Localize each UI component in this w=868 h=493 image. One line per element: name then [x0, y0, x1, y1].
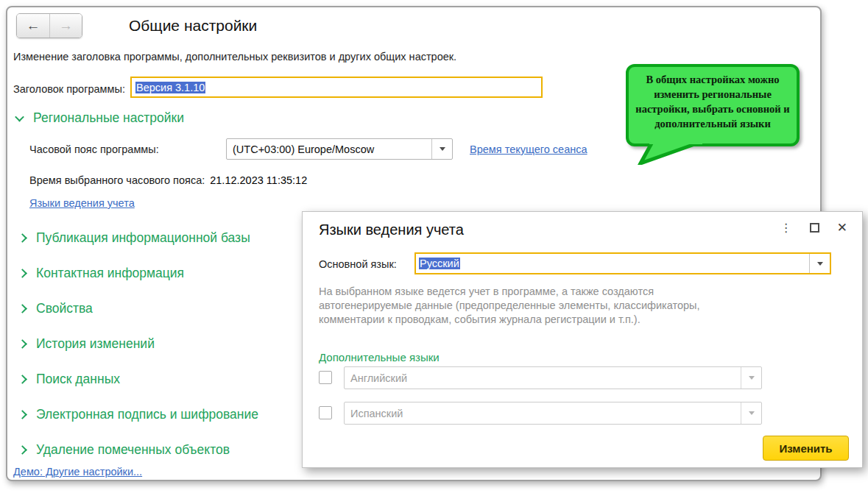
language-2-checkbox[interactable] [319, 406, 332, 419]
tutorial-callout: В общих настройках можно изменить регион… [626, 64, 800, 146]
dialog-title: Языки ведения учета [319, 221, 464, 238]
back-button[interactable]: ← [17, 14, 49, 38]
program-title-input[interactable]: Версия 3.1.10 [130, 77, 543, 98]
screen: ← → Общие настройки Изменение заголовка … [0, 0, 868, 493]
timezone-select[interactable]: (UTC+03:00) Europe/Moscow [226, 138, 453, 160]
additional-languages-header: Дополнительные языки [319, 351, 440, 363]
chevron-right-icon [18, 339, 27, 349]
section-marked-objects-deletion[interactable]: Удаление помеченных объектов [19, 442, 230, 458]
arrow-left-icon: ← [27, 18, 40, 34]
more-menu-icon[interactable]: ⋮ [780, 222, 792, 234]
main-language-label: Основной язык: [319, 258, 397, 270]
program-title-label: Заголовок программы: [13, 83, 125, 95]
timezone-value: (UTC+03:00) Europe/Moscow [227, 143, 431, 155]
maximize-icon[interactable] [810, 223, 819, 233]
callout-text: В общих настройках можно изменить регион… [635, 74, 789, 130]
section-data-search[interactable]: Поиск данных [19, 372, 120, 387]
chevron-down-icon [15, 113, 24, 122]
history-nav: ← → [16, 13, 82, 38]
section-label: Свойства [36, 301, 93, 316]
selected-timezone-row: Время выбранного часового пояса:21.12.20… [29, 174, 307, 186]
chevron-right-icon [18, 269, 27, 278]
accounting-languages-dialog: Языки ведения учета ⋮ ✕ Основной язык: Р… [302, 211, 863, 468]
language-2-select[interactable]: Испанский [344, 402, 762, 425]
accounting-languages-link[interactable]: Языки ведения учета [29, 197, 135, 209]
selected-time-label: Время выбранного часового пояса: [29, 174, 205, 186]
chevron-right-icon [18, 304, 27, 313]
section-infobase-publication[interactable]: Публикация информационной базы [19, 230, 250, 246]
dialog-description: На выбранном языке ведется учет в програ… [319, 285, 722, 327]
main-language-value: Русский [416, 258, 809, 269]
timezone-label: Часовой пояс программы: [29, 143, 159, 155]
section-properties[interactable]: Свойства [19, 301, 93, 316]
chevron-right-icon [18, 233, 27, 243]
close-icon[interactable]: ✕ [837, 221, 847, 234]
change-button[interactable]: Изменить [763, 436, 849, 461]
page-subtitle: Изменение заголовка программы, дополните… [13, 51, 456, 63]
language-2-value: Испанский [345, 408, 741, 419]
section-contact-info[interactable]: Контактная информация [19, 266, 184, 281]
demo-other-settings-link[interactable]: Демо: Другие настройки... [13, 466, 142, 478]
selected-time-value: 21.12.2023 11:35:12 [210, 174, 307, 186]
section-label: Удаление помеченных объектов [36, 442, 230, 458]
section-label: Электронная подпись и шифрование [36, 407, 258, 422]
dialog-window-controls: ⋮ ✕ [780, 221, 847, 234]
section-digital-signature[interactable]: Электронная подпись и шифрование [19, 407, 258, 422]
section-regional-settings[interactable]: Региональные настройки [16, 110, 184, 126]
dropdown-arrow-icon [741, 367, 761, 389]
page-title: Общие настройки [129, 17, 257, 35]
program-title-value-selected: Версия 3.1.10 [135, 82, 205, 93]
section-label: Контактная информация [36, 266, 184, 281]
language-1-value: Английский [345, 372, 741, 384]
dropdown-arrow-icon[interactable] [431, 139, 452, 159]
arrow-right-icon: → [59, 18, 73, 34]
main-language-select[interactable]: Русский [414, 252, 831, 274]
chevron-right-icon [18, 410, 27, 419]
chevron-right-icon [18, 375, 27, 384]
language-1-select[interactable]: Английский [344, 366, 762, 389]
section-label: История изменений [36, 336, 155, 352]
session-time-link[interactable]: Время текущего сеанса [470, 143, 588, 155]
section-label: Публикация информационной базы [36, 230, 250, 246]
language-1-checkbox[interactable] [319, 371, 332, 384]
section-label: Поиск данных [36, 372, 120, 387]
callout-tail [636, 140, 704, 165]
regional-header-label: Региональные настройки [33, 110, 184, 126]
section-change-history[interactable]: История изменений [19, 336, 155, 352]
dropdown-arrow-icon [741, 402, 761, 424]
chevron-right-icon [18, 445, 27, 455]
dropdown-arrow-icon[interactable] [809, 254, 830, 273]
forward-button[interactable]: → [49, 14, 82, 38]
